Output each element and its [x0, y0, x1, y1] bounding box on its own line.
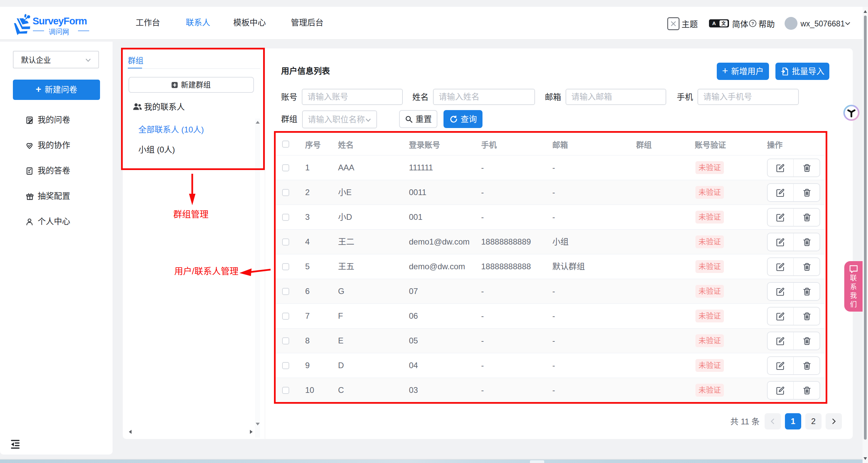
svg-text:?: ? — [751, 21, 754, 26]
